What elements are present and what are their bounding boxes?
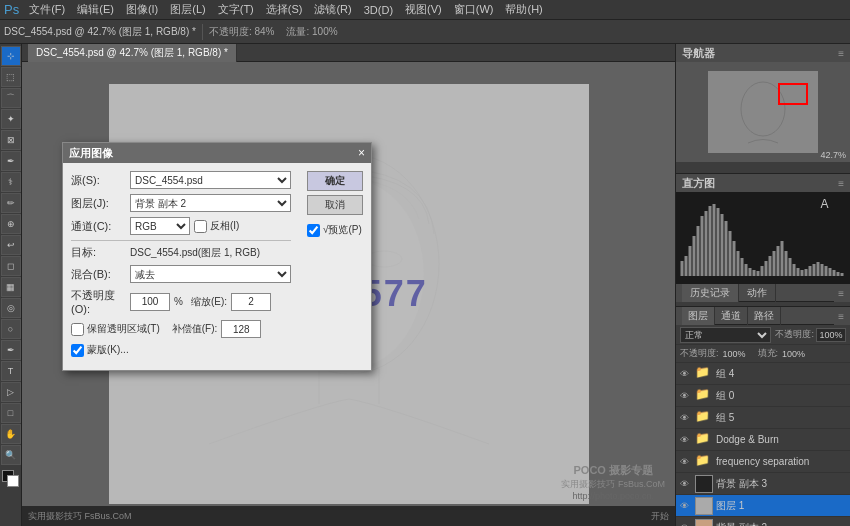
menu-item[interactable]: 窗口(W) [448,2,500,17]
histogram-expand-icon[interactable]: ≡ [838,178,844,189]
layer-thumbnail: 📁 [695,409,713,427]
layer-item[interactable]: 👁📁组 5 [676,407,850,429]
zoom-tool[interactable]: 🔍 [1,445,21,465]
toolbar-separator [202,24,203,40]
layer-item[interactable]: 👁📁组 4 [676,363,850,385]
navigator-title: 导航器 [682,46,715,61]
mask-checkbox[interactable] [71,344,84,357]
layer-thumbnail [695,475,713,493]
crop-tool[interactable]: ⊠ [1,130,21,150]
preserve-check-label[interactable]: 保留透明区域(T) [71,322,160,336]
expand-icon[interactable]: ≡ [838,48,844,59]
preview-checkbox[interactable] [307,224,320,237]
blend-mode-select[interactable]: 正常 [680,327,771,343]
menu-item[interactable]: 选择(S) [260,2,309,17]
svg-rect-26 [753,270,756,276]
channels-tab[interactable]: 通道 [715,307,748,325]
layer-visibility-icon[interactable]: 👁 [680,523,692,527]
paths-tab[interactable]: 路径 [748,307,781,325]
layer-item[interactable]: 👁图层 1 [676,495,850,517]
type-tool[interactable]: T [1,361,21,381]
svg-rect-47 [837,272,840,276]
menu-item[interactable]: 滤镜(R) [308,2,357,17]
app-icon: Ps [4,2,19,17]
layer-visibility-icon[interactable]: 👁 [680,457,692,467]
layer-visibility-icon[interactable]: 👁 [680,413,692,423]
layer-visibility-icon[interactable]: 👁 [680,501,692,511]
svg-rect-41 [813,264,816,276]
svg-rect-48 [841,273,844,276]
cancel-button[interactable]: 取消 [307,195,363,215]
menu-item[interactable]: 视图(V) [399,2,448,17]
history-expand-icon[interactable]: ≡ [838,288,844,299]
layer-visibility-icon[interactable]: 👁 [680,391,692,401]
preserve-checkbox[interactable] [71,323,84,336]
eyedropper-tool[interactable]: ✒ [1,151,21,171]
history-tab[interactable]: 历史记录 [682,284,739,302]
color-swatch[interactable] [2,470,20,488]
opacity-unit: % [174,296,183,307]
layer-item[interactable]: 👁📁组 0 [676,385,850,407]
invert-checkbox[interactable] [194,220,207,233]
layers-expand-icon[interactable]: ≡ [838,311,844,322]
target-row: 目标: DSC_4554.psd(图层 1, RGB) [71,245,291,260]
layer-item[interactable]: 👁背景 副本 2 [676,517,850,526]
history-brush-tool[interactable]: ↩ [1,235,21,255]
opacity-input[interactable] [816,328,846,342]
shape-tool[interactable]: □ [1,403,21,423]
layers-opacity-control: 不透明度: [775,328,846,342]
svg-rect-13 [701,216,704,276]
wand-tool[interactable]: ✦ [1,109,21,129]
menu-item[interactable]: 帮助(H) [499,2,548,17]
svg-rect-31 [773,251,776,276]
channel-select[interactable]: RGB [130,217,190,235]
dodge-tool[interactable]: ○ [1,319,21,339]
layer-select[interactable]: 背景 副本 2 [130,194,291,212]
source-select[interactable]: DSC_4554.psd [130,171,291,189]
layer-visibility-icon[interactable]: 👁 [680,369,692,379]
ok-button[interactable]: 确定 [307,171,363,191]
menu-item[interactable]: 图像(I) [120,2,164,17]
layer-visibility-icon[interactable]: 👁 [680,479,692,489]
scale-input[interactable] [231,293,271,311]
menu-item[interactable]: 图层(L) [164,2,211,17]
mask-check-label[interactable]: 蒙版(K)... [71,343,129,357]
preview-check-label[interactable]: √预览(P) [307,223,363,237]
layer-label: frequency separation [716,456,846,467]
brush-tool[interactable]: ✏ [1,193,21,213]
patch-tool[interactable]: ⚕ [1,172,21,192]
menu-item[interactable]: 3D(D) [358,4,399,16]
eraser-tool[interactable]: ◻ [1,256,21,276]
svg-rect-30 [769,256,772,276]
dialog-buttons: 确定 取消 √预览(P) [307,171,363,362]
move-tool[interactable]: ⊹ [1,46,21,66]
lasso-tool[interactable]: ⌒ [1,88,21,108]
blur-tool[interactable]: ◎ [1,298,21,318]
opacity-dialog-input[interactable] [130,293,170,311]
menu-item[interactable]: 编辑(E) [71,2,120,17]
actions-tab[interactable]: 动作 [739,284,776,302]
layers-list: 👁📁组 4👁📁组 0👁📁组 5👁📁Dodge & Burn👁📁frequency… [676,363,850,526]
offset-input[interactable] [221,320,261,338]
invert-check-label[interactable]: 反相(I) [194,219,239,233]
canvas-tab-item[interactable]: DSC_4554.psd @ 42.7% (图层 1, RGB/8) * [28,44,237,62]
main-layout: ⊹ ⬚ ⌒ ✦ ⊠ ✒ ⚕ ✏ ⊕ ↩ ◻ ▦ ◎ ○ ✒ T ▷ □ ✋ 🔍 … [0,44,850,526]
layer-item[interactable]: 👁📁Dodge & Burn [676,429,850,451]
blend-select[interactable]: 减去 [130,265,291,283]
select-tool[interactable]: ⬚ [1,67,21,87]
preview-label: √预览(P) [323,223,362,237]
svg-rect-38 [801,270,804,276]
hand-tool[interactable]: ✋ [1,424,21,444]
menu-item[interactable]: 文件(F) [23,2,71,17]
dialog-close-button[interactable]: × [358,146,365,160]
navigator-section: 导航器 ≡ 42.7% [676,44,850,174]
layers-tab[interactable]: 图层 [682,307,715,325]
layer-item[interactable]: 👁背景 副本 3 [676,473,850,495]
layer-item[interactable]: 👁📁frequency separation [676,451,850,473]
gradient-tool[interactable]: ▦ [1,277,21,297]
path-tool[interactable]: ▷ [1,382,21,402]
layer-visibility-icon[interactable]: 👁 [680,435,692,445]
pen-tool[interactable]: ✒ [1,340,21,360]
menu-item[interactable]: 文字(T) [212,2,260,17]
clone-tool[interactable]: ⊕ [1,214,21,234]
